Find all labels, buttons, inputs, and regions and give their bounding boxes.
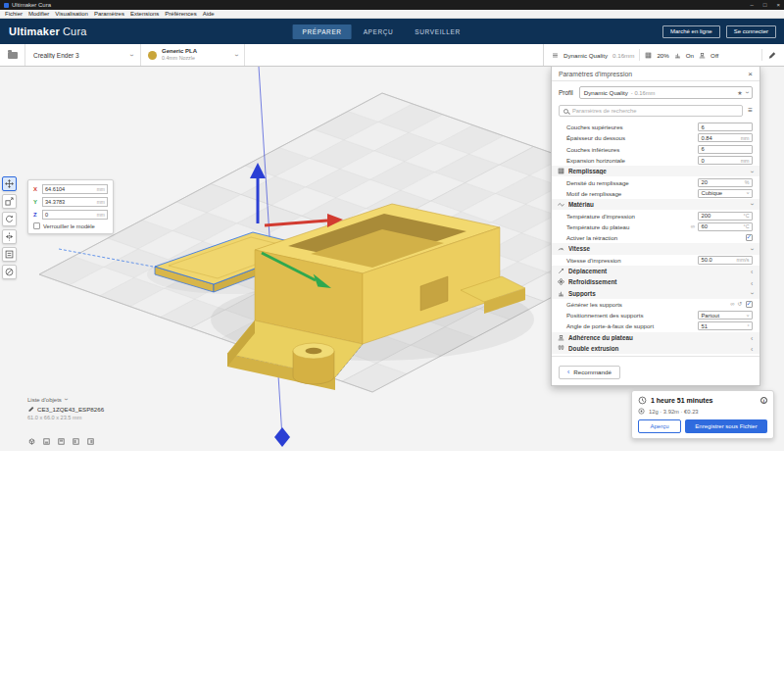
search-input[interactable]: Paramètres de recherche bbox=[559, 105, 743, 117]
infill-icon bbox=[558, 168, 564, 174]
setting-value-input[interactable]: 200°C bbox=[698, 212, 753, 221]
edit-settings-icon[interactable] bbox=[767, 51, 776, 60]
setting-dropdown[interactable]: Cubique› bbox=[698, 189, 753, 198]
brand-bold: Ultimaker bbox=[9, 25, 60, 37]
tab-apercu[interactable]: APERÇU bbox=[354, 25, 404, 39]
position-y-input[interactable]: 34.3783mm bbox=[42, 197, 108, 207]
menu-fichier[interactable]: Fichier bbox=[2, 11, 25, 17]
mirror-tool-icon bbox=[5, 232, 14, 241]
save-to-file-button[interactable]: Enregistrer sous Fichier bbox=[685, 419, 767, 433]
position-z-input[interactable]: 0mm bbox=[42, 210, 108, 220]
maximize-button[interactable]: □ bbox=[763, 2, 767, 8]
menu-modifier[interactable]: Modifier bbox=[25, 11, 52, 17]
preview-button[interactable]: Aperçu bbox=[638, 419, 681, 433]
category-refroidissement[interactable]: Refroidissement› bbox=[552, 276, 760, 287]
category-adherence-du-plateau[interactable]: Adhérence du plateau› bbox=[552, 332, 760, 343]
setting-value-input[interactable]: 6 bbox=[698, 123, 753, 131]
minimize-button[interactable]: – bbox=[751, 2, 754, 8]
mirror-tool[interactable] bbox=[2, 229, 17, 244]
setting-value-input[interactable]: 0.84mm bbox=[698, 133, 753, 142]
setting-positionnement-des-supports: Positionnement des supportsPartout› bbox=[552, 310, 760, 320]
setting-checkbox[interactable]: ✓ bbox=[746, 234, 754, 242]
rotate-tool[interactable] bbox=[2, 212, 17, 226]
category-materiau[interactable]: Matériau› bbox=[552, 199, 760, 210]
open-file-button[interactable] bbox=[0, 44, 25, 66]
category-label: Refroidissement bbox=[568, 278, 747, 285]
category-deplacement[interactable]: Déplacement› bbox=[552, 266, 760, 276]
menu-preferences[interactable]: Préférences bbox=[162, 11, 199, 17]
view-right-icon[interactable] bbox=[86, 437, 95, 446]
support-blocker-tool-icon bbox=[5, 268, 14, 276]
spool-icon bbox=[638, 408, 645, 415]
per-model-settings-tool[interactable] bbox=[2, 247, 17, 262]
setting-temperature-du-plateau: Température du plateau∞60°C bbox=[552, 221, 760, 232]
lock-model-row: Verrouiller le modèle bbox=[33, 222, 108, 229]
revert-icon[interactable]: ↺ bbox=[737, 301, 742, 307]
setting-label: Angle de porte-à-faux de support bbox=[552, 322, 698, 329]
setting-vitesse-d-impression: Vitesse d'impression50.0mm/s bbox=[552, 255, 760, 266]
link-icon[interactable]: ∞ bbox=[691, 223, 695, 229]
info-icon[interactable]: i bbox=[760, 397, 767, 404]
z-axis-marker bbox=[274, 427, 290, 447]
main-header: UltimakerCura PRÉPARERAPERÇUSURVEILLER M… bbox=[0, 19, 784, 44]
category-label: Double extrusion bbox=[568, 345, 747, 352]
setting-value-input[interactable]: 60°C bbox=[698, 222, 753, 231]
support-blocker-tool[interactable] bbox=[2, 265, 17, 279]
unit-label: ° bbox=[747, 323, 752, 329]
setting-dropdown[interactable]: Partout› bbox=[698, 311, 753, 320]
position-row-x: X64.6104mm bbox=[33, 184, 108, 194]
scale-tool-icon bbox=[5, 197, 14, 206]
setting-value-input[interactable]: 0mm bbox=[698, 156, 753, 165]
menu-parametres[interactable]: Paramètres bbox=[91, 11, 127, 17]
view-left-icon[interactable] bbox=[72, 437, 80, 446]
category-label: Matériau bbox=[568, 201, 747, 208]
filter-menu-icon[interactable]: ≡ bbox=[748, 107, 753, 115]
scale-tool[interactable] bbox=[2, 194, 17, 209]
tab-surveiller[interactable]: SURVEILLER bbox=[405, 25, 469, 39]
view-top-icon[interactable] bbox=[57, 437, 66, 446]
position-x-input[interactable]: 64.6104mm bbox=[42, 184, 108, 194]
object-list-toggle[interactable]: Liste d'objets › bbox=[27, 396, 104, 403]
category-double-extrusion[interactable]: Double extrusion› bbox=[552, 343, 760, 354]
view-front-icon[interactable] bbox=[42, 437, 51, 446]
move-tool[interactable] bbox=[2, 176, 17, 191]
setting-value-input[interactable]: 51° bbox=[698, 321, 753, 330]
menu-visualisation[interactable]: Visualisation bbox=[52, 11, 91, 17]
category-supports[interactable]: Supports› bbox=[552, 287, 760, 298]
setting-value-input[interactable]: 50.0mm/s bbox=[698, 256, 753, 265]
setting-value-input[interactable]: 20% bbox=[698, 178, 753, 187]
close-button[interactable]: × bbox=[776, 2, 780, 8]
unit-label: mm bbox=[97, 199, 107, 205]
link-icon[interactable]: ∞ bbox=[730, 301, 734, 307]
print-settings-summary[interactable]: Dynamic Quality 0.16mm 20% On Off bbox=[543, 44, 784, 66]
menu-extensions[interactable]: Extensions bbox=[127, 11, 162, 17]
printer-selector[interactable]: Creality Ender 3 › bbox=[25, 44, 141, 66]
marketplace-button[interactable]: Marché en ligne bbox=[662, 25, 720, 38]
signin-button[interactable]: Se connecter bbox=[726, 25, 776, 38]
setting-checkbox[interactable]: ✓ bbox=[746, 301, 754, 309]
lock-model-checkbox[interactable] bbox=[33, 222, 40, 229]
category-remplissage[interactable]: Remplissage› bbox=[552, 166, 760, 176]
view-3d-icon[interactable] bbox=[27, 437, 36, 446]
profile-label: Profil bbox=[559, 89, 573, 96]
close-panel-icon[interactable]: × bbox=[748, 70, 753, 78]
object-list: Liste d'objets › CE3_1ZQE43_ESP8266 61.0… bbox=[27, 396, 104, 420]
profile-dropdown[interactable]: Dynamic Quality - 0.16mm ★ › bbox=[579, 86, 753, 99]
chevron-left-icon: › bbox=[751, 345, 753, 352]
viewport[interactable]: X64.6104mmY34.3783mmZ0mm Verrouiller le … bbox=[0, 67, 784, 451]
menu-aide[interactable]: Aide bbox=[200, 11, 218, 17]
brand-regular: Cura bbox=[63, 25, 87, 37]
value-text: 0 bbox=[699, 158, 741, 164]
setting-value-input[interactable]: 6 bbox=[698, 145, 753, 154]
setting-label: Générer les supports bbox=[552, 301, 730, 308]
print-settings-panel: Paramètres d'impression × Profil Dynamic… bbox=[551, 67, 760, 386]
recommended-button[interactable]: › Recommandé bbox=[559, 366, 620, 379]
object-list-item[interactable]: CE3_1ZQE43_ESP8266 bbox=[27, 406, 104, 413]
summary-adhesion: Off bbox=[710, 52, 718, 59]
chevron-left-icon: › bbox=[751, 334, 753, 341]
category-vitesse[interactable]: Vitesse› bbox=[552, 243, 760, 254]
material-selector[interactable]: Generic PLA 0.4mm Nozzle › bbox=[141, 44, 245, 66]
tab-preparer[interactable]: PRÉPARER bbox=[293, 25, 352, 39]
support-icon bbox=[674, 52, 681, 59]
profile-suffix: - 0.16mm bbox=[631, 90, 655, 96]
